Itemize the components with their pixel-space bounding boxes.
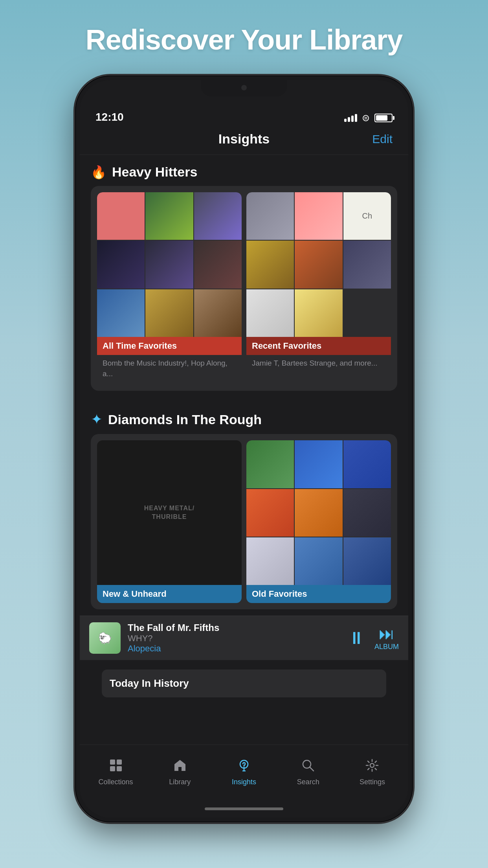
tab-collections[interactable]: Collections bbox=[84, 754, 148, 791]
svg-rect-0 bbox=[110, 760, 115, 765]
heavy-hitters-cards: All Time Favorites Bomb the Music Indust… bbox=[91, 186, 397, 391]
new-unheard-card[interactable]: HEAVY METAL/ THURIBLE New & Unheard bbox=[97, 440, 242, 603]
settings-label: Settings bbox=[360, 778, 385, 786]
diamonds-title: Diamonds In The Rough bbox=[108, 412, 262, 427]
pause-control[interactable]: ⏸ bbox=[348, 628, 365, 648]
collections-label: Collections bbox=[99, 778, 133, 786]
today-history-title: Today In History bbox=[110, 677, 378, 690]
nav-title: Insights bbox=[218, 131, 270, 147]
tab-bar: Collections Library bbox=[80, 745, 408, 800]
home-indicator bbox=[80, 800, 408, 818]
old-favorites-card[interactable]: Old Favorites bbox=[246, 440, 391, 603]
scroll-content: 🔥 Heavy Hitters bbox=[80, 155, 408, 745]
new-unheard-art: HEAVY METAL/ THURIBLE bbox=[97, 440, 242, 585]
album-label: ALBUM bbox=[374, 643, 399, 651]
today-history-section: Today In History bbox=[80, 660, 408, 697]
tab-insights[interactable]: Insights bbox=[212, 754, 276, 791]
now-playing-controls: ⏸ ⏭ ALBUM bbox=[348, 625, 399, 651]
heavy-hitters-header: 🔥 Heavy Hitters bbox=[91, 164, 397, 180]
svg-point-5 bbox=[244, 767, 245, 768]
phone-frame: 12:10 ⊜ Insights Edit bbox=[75, 75, 413, 822]
status-icons: ⊜ bbox=[344, 112, 393, 123]
svg-rect-1 bbox=[117, 760, 122, 765]
now-playing-bar[interactable]: 🐑 The Fall of Mr. Fifths WHY? Alopecia ⏸… bbox=[80, 616, 408, 660]
now-playing-song: The Fall of Mr. Fifths bbox=[128, 622, 341, 633]
heavy-hitters-section: 🔥 Heavy Hitters bbox=[80, 155, 408, 391]
recent-mosaic: Ch bbox=[246, 192, 391, 337]
phone-screen: 12:10 ⊜ Insights Edit bbox=[80, 80, 408, 818]
home-bar bbox=[205, 807, 283, 810]
fire-icon: 🔥 bbox=[91, 165, 106, 180]
signal-icon bbox=[344, 114, 357, 122]
skip-icon[interactable]: ⏭ bbox=[379, 625, 394, 643]
tab-search[interactable]: Search bbox=[276, 754, 340, 791]
now-playing-art: 🐑 bbox=[89, 622, 121, 654]
album-control[interactable]: ⏭ ALBUM bbox=[374, 625, 399, 651]
notch-camera bbox=[241, 85, 247, 90]
recent-desc: Jamie T, Bartees Strange, and more... bbox=[246, 355, 391, 374]
nav-header: Insights Edit bbox=[80, 127, 408, 155]
all-time-mosaic bbox=[97, 192, 242, 337]
wifi-icon: ⊜ bbox=[362, 112, 370, 123]
all-time-favorites-card[interactable]: All Time Favorites Bomb the Music Indust… bbox=[97, 192, 242, 384]
collections-icon bbox=[109, 759, 123, 776]
old-favorites-mosaic bbox=[246, 440, 391, 585]
edit-button[interactable]: Edit bbox=[372, 132, 393, 146]
today-history-teaser[interactable]: Today In History bbox=[102, 669, 386, 697]
svg-rect-2 bbox=[110, 766, 115, 771]
now-playing-album-link[interactable]: Alopecia bbox=[128, 644, 341, 654]
sparkle-icon: ✦ bbox=[91, 411, 103, 428]
new-art-text-1: HEAVY METAL/ bbox=[144, 505, 194, 512]
insights-label: Insights bbox=[232, 778, 256, 786]
svg-rect-3 bbox=[117, 766, 122, 771]
tab-settings[interactable]: Settings bbox=[340, 754, 404, 791]
old-favorites-label: Old Favorites bbox=[246, 585, 391, 603]
search-label: Search bbox=[297, 778, 319, 786]
status-bar: 12:10 ⊜ bbox=[80, 80, 408, 127]
search-icon bbox=[301, 759, 315, 776]
now-playing-info: The Fall of Mr. Fifths WHY? Alopecia bbox=[128, 622, 341, 654]
library-label: Library bbox=[169, 778, 191, 786]
all-time-desc: Bomb the Music Industry!, Hop Along, a..… bbox=[97, 355, 242, 384]
library-icon bbox=[173, 759, 187, 776]
status-time: 12:10 bbox=[95, 111, 344, 123]
battery-icon bbox=[374, 114, 393, 122]
insights-icon bbox=[237, 759, 251, 776]
page-headline: Rediscover Your Library bbox=[86, 24, 403, 56]
recent-label: Recent Favorites bbox=[246, 337, 391, 355]
diamonds-section: ✦ Diamonds In The Rough HEAVY METAL/ THU… bbox=[80, 402, 408, 609]
svg-point-7 bbox=[370, 763, 374, 767]
now-playing-artist: WHY? bbox=[128, 633, 341, 644]
all-time-label: All Time Favorites bbox=[97, 337, 242, 355]
notch bbox=[201, 80, 287, 97]
heavy-hitters-title: Heavy Hitters bbox=[112, 164, 197, 180]
new-unheard-label: New & Unheard bbox=[97, 585, 242, 603]
pause-icon[interactable]: ⏸ bbox=[348, 628, 365, 648]
diamonds-cards: HEAVY METAL/ THURIBLE New & Unheard bbox=[91, 434, 397, 609]
new-art-text-2: THURIBLE bbox=[152, 513, 187, 520]
diamonds-header: ✦ Diamonds In The Rough bbox=[91, 411, 397, 428]
recent-favorites-card[interactable]: Ch Recent Favorites Jamie T, Bartees Str… bbox=[246, 192, 391, 384]
settings-icon bbox=[365, 759, 379, 776]
tab-library[interactable]: Library bbox=[148, 754, 212, 791]
